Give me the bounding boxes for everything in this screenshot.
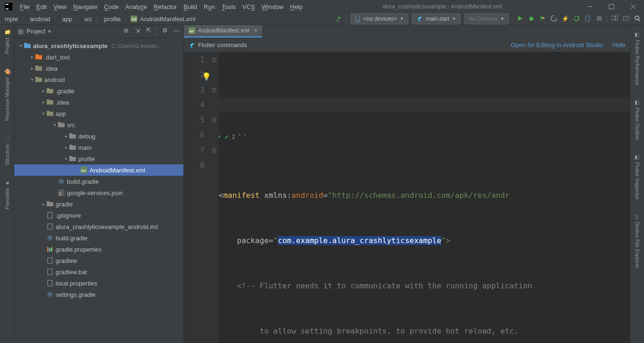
tool-tab-favorites[interactable]: Favorites★ bbox=[3, 177, 11, 212]
coverage-button[interactable] bbox=[539, 15, 546, 22]
tool-tab-structure[interactable]: Structure⬚ bbox=[3, 133, 11, 168]
tree-item[interactable]: ▸gradle bbox=[14, 198, 183, 210]
tree-item[interactable]: local.properties bbox=[14, 278, 183, 289]
svg-rect-29 bbox=[35, 77, 38, 78]
tree-item[interactable]: ▾src bbox=[14, 119, 183, 131]
hot-restart-button[interactable] bbox=[573, 15, 580, 22]
build-icon[interactable] bbox=[335, 15, 342, 23]
hide-bar-link[interactable]: Hide bbox=[612, 41, 625, 49]
flutter-icon bbox=[189, 42, 195, 49]
expand-all-icon[interactable]: ⇲ bbox=[134, 27, 140, 34]
project-tree[interactable]: ▾ alura_crashlyticsexample C:\Users\Leon… bbox=[14, 38, 183, 343]
open-android-studio-link[interactable]: Open for Editing in Android Studio bbox=[511, 41, 603, 49]
attach-debugger-button[interactable] bbox=[584, 15, 592, 22]
menu-code[interactable]: Code bbox=[101, 2, 122, 11]
marker-gutter[interactable]: ⊟ ⊟ ⊡ ⊡ bbox=[209, 52, 219, 343]
inspection-widget[interactable]: ✔2 ˄ ˅ bbox=[215, 130, 626, 145]
hide-panel-icon[interactable]: — bbox=[173, 27, 180, 34]
menu-view[interactable]: View bbox=[50, 2, 69, 11]
tree-item[interactable]: build.gradle bbox=[14, 176, 183, 187]
debug-button[interactable] bbox=[528, 15, 535, 22]
tool-tab-resource-manager[interactable]: Resource Manager🎨 bbox=[3, 66, 11, 124]
next-highlight-icon[interactable]: ˅ bbox=[244, 130, 247, 145]
close-button[interactable] bbox=[622, 0, 644, 13]
menu-build[interactable]: Build bbox=[181, 2, 200, 11]
tree-item[interactable]: {}google-services.json bbox=[14, 187, 183, 198]
run-button[interactable] bbox=[516, 15, 524, 22]
crumb-0[interactable]: mple bbox=[3, 16, 20, 23]
line-number-gutter[interactable]: 12345678 bbox=[184, 52, 209, 343]
menu-tools[interactable]: Tools bbox=[219, 2, 239, 11]
code-editor[interactable]: 12345678 ⊟ ⊟ ⊡ ⊡ ✔2 ˄ ˅ 💡 <manifest bbox=[184, 52, 630, 343]
tool-tab-device-file-explorer[interactable]: ▯ Device File Explorer bbox=[633, 211, 641, 271]
manifest-icon: MF bbox=[189, 27, 195, 34]
tree-item[interactable]: ▾profile bbox=[14, 153, 183, 164]
tool-tab-flutter-performance[interactable]: ◧ Flutter Performance bbox=[633, 29, 641, 88]
menu-refactor[interactable]: Refactor bbox=[151, 2, 180, 11]
select-opened-file-icon[interactable]: ⊕ bbox=[123, 27, 129, 34]
maximize-button[interactable] bbox=[601, 0, 622, 13]
tree-item[interactable]: ▸.idea bbox=[14, 63, 183, 74]
tree-item[interactable]: gradle.properties bbox=[14, 244, 183, 255]
tree-item[interactable]: .gitignore bbox=[14, 210, 183, 221]
menu-window[interactable]: Window bbox=[259, 2, 286, 11]
hot-reload-button[interactable]: ⚡ bbox=[561, 15, 569, 22]
intention-bulb-icon[interactable]: 💡 bbox=[202, 69, 211, 84]
tree-item[interactable]: build.gradle bbox=[14, 232, 183, 244]
tool-tab-flutter-outline[interactable]: ◧ Flutter Outline bbox=[633, 97, 641, 143]
svg-rect-35 bbox=[47, 111, 50, 112]
project-view-combo[interactable]: Project bbox=[26, 28, 45, 35]
collapse-all-icon[interactable]: ⇱ bbox=[145, 27, 152, 34]
minimize-button[interactable] bbox=[579, 0, 601, 13]
svg-line-21 bbox=[638, 19, 640, 21]
tree-item[interactable]: alura_crashlyticsexample_android.iml bbox=[14, 221, 183, 232]
search-everywhere-button[interactable] bbox=[634, 15, 641, 22]
avd-manager-button[interactable] bbox=[611, 15, 619, 22]
crumb-4[interactable]: profile bbox=[102, 16, 123, 23]
menu-navigate[interactable]: Navigate bbox=[70, 2, 100, 11]
svg-point-46 bbox=[58, 179, 64, 184]
tool-tab-flutter-inspector[interactable]: ◧ Flutter Inspector bbox=[633, 151, 641, 202]
tree-item[interactable]: ▾app bbox=[14, 108, 183, 119]
profiler-button[interactable] bbox=[550, 15, 558, 22]
tree-item[interactable]: gradlew bbox=[14, 255, 183, 266]
tree-item[interactable]: ▸.dart_tool bbox=[14, 51, 183, 63]
crumb-5[interactable]: AndroidManifest.xml bbox=[138, 16, 198, 23]
crumb-2[interactable]: app bbox=[60, 16, 74, 23]
menu-help[interactable]: Help bbox=[287, 2, 305, 11]
tree-item[interactable]: settings.gradle bbox=[14, 289, 183, 300]
tree-item[interactable]: gradlew.bat bbox=[14, 266, 183, 278]
close-tab-icon[interactable]: × bbox=[254, 27, 257, 34]
code-content[interactable]: ✔2 ˄ ˅ 💡 <manifest xmlns:android="http:/… bbox=[219, 52, 630, 343]
menu-bar: File Edit View Navigate Code Analyze Ref… bbox=[17, 0, 305, 13]
menu-vcs[interactable]: VCS bbox=[239, 2, 258, 11]
tree-item[interactable]: ▸debug bbox=[14, 131, 183, 142]
manifest-icon: MF bbox=[131, 16, 137, 22]
crumb-3[interactable]: src bbox=[82, 16, 94, 23]
stop-button[interactable] bbox=[595, 15, 603, 22]
run-config-dropdown[interactable]: main.dart ▼ bbox=[412, 13, 461, 24]
tool-tab-project[interactable]: Project📁 bbox=[3, 27, 11, 57]
crumb-1[interactable]: android bbox=[28, 16, 52, 23]
editor-tab[interactable]: MF AndroidManifest.xml × bbox=[184, 25, 262, 38]
svg-rect-15 bbox=[586, 16, 589, 22]
tree-item[interactable]: ▸main bbox=[14, 142, 183, 153]
svg-rect-51 bbox=[48, 212, 52, 218]
prev-highlight-icon[interactable]: ˄ bbox=[238, 130, 241, 145]
svg-rect-2 bbox=[6, 8, 8, 9]
menu-run[interactable]: Run bbox=[201, 2, 218, 11]
no-devices-dropdown[interactable]: No Devices ▼ bbox=[464, 13, 509, 24]
menu-file[interactable]: File bbox=[17, 2, 33, 11]
settings-icon[interactable]: ⚙ bbox=[162, 27, 168, 34]
tree-root[interactable]: ▾ alura_crashlyticsexample C:\Users\Leon… bbox=[14, 40, 183, 51]
devices-dropdown[interactable]: <no devices> ▼ bbox=[350, 13, 408, 24]
tree-item[interactable]: MFAndroidManifest.xml bbox=[14, 164, 183, 176]
menu-analyze[interactable]: Analyze bbox=[123, 2, 150, 11]
tree-item[interactable]: ▸.idea bbox=[14, 97, 183, 108]
svg-rect-57 bbox=[48, 258, 52, 263]
tree-item[interactable]: ▸.gradle bbox=[14, 85, 183, 97]
sdk-manager-button[interactable] bbox=[622, 15, 630, 22]
svg-rect-28 bbox=[35, 78, 42, 82]
menu-edit[interactable]: Edit bbox=[33, 2, 50, 11]
tree-item[interactable]: ▾android bbox=[14, 74, 183, 85]
